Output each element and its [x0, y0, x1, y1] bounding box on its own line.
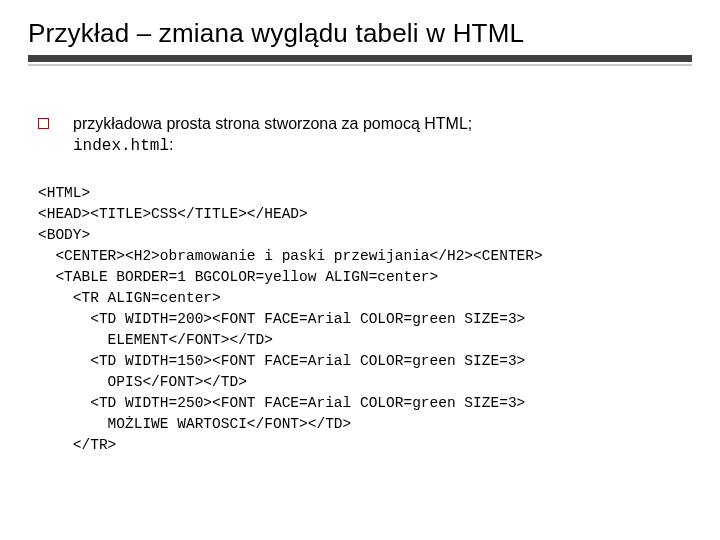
bullet-text: przykładowa prosta strona stworzona za p… — [73, 114, 472, 157]
code-block: <HTML> <HEAD><TITLE>CSS</TITLE></HEAD> <… — [38, 183, 692, 456]
slide-title: Przykład – zmiana wyglądu tabeli w HTML — [28, 18, 692, 49]
code-line: <HTML> — [38, 185, 90, 201]
code-line: <TD WIDTH=250><FONT FACE=Arial COLOR=gre… — [38, 395, 525, 411]
bullet-icon — [38, 118, 49, 129]
code-line: MOŻLIWE WARTOSCI</FONT></TD> — [38, 416, 351, 432]
code-line: <TR ALIGN=center> — [38, 290, 221, 306]
bullet-text-main: przykładowa prosta strona stworzona za p… — [73, 115, 472, 132]
rule-dark — [28, 55, 692, 62]
code-line: <HEAD><TITLE>CSS</TITLE></HEAD> — [38, 206, 308, 222]
code-line: <TD WIDTH=150><FONT FACE=Arial COLOR=gre… — [38, 353, 525, 369]
code-line: <TABLE BORDER=1 BGCOLOR=yellow ALIGN=cen… — [38, 269, 438, 285]
bullet-colon: : — [169, 136, 173, 153]
rule-light — [28, 64, 692, 66]
code-line: </TR> — [38, 437, 116, 453]
bullet-item: przykładowa prosta strona stworzona za p… — [38, 114, 692, 157]
code-line: <BODY> — [38, 227, 90, 243]
code-line: ELEMENT</FONT></TD> — [38, 332, 273, 348]
bullet-filename: index.html — [73, 137, 169, 155]
code-line: <CENTER><H2>obramowanie i paski przewija… — [38, 248, 543, 264]
slide: Przykład – zmiana wyglądu tabeli w HTML … — [0, 0, 720, 540]
code-line: OPIS</FONT></TD> — [38, 374, 247, 390]
code-line: <TD WIDTH=200><FONT FACE=Arial COLOR=gre… — [38, 311, 525, 327]
title-underline — [28, 55, 692, 66]
